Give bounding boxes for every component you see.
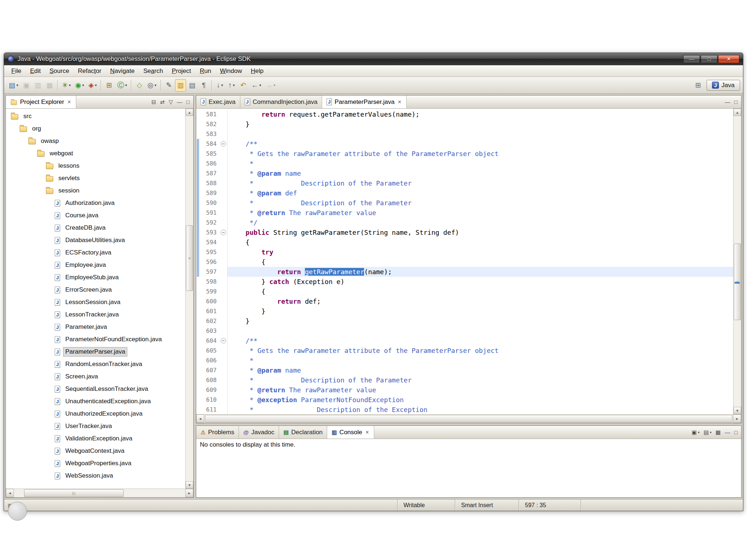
debug-button[interactable]: ✳▾ <box>60 79 73 92</box>
tree-item-unauthorizedexception-java[interactable]: JUnauthorizedException.java <box>6 408 185 420</box>
code-text[interactable]: public String getRawParameter(String nam… <box>228 228 733 237</box>
code-text[interactable]: * @return The rawParameter value <box>228 208 733 218</box>
tree-item-employeestub-java[interactable]: JEmployeeStub.java <box>6 271 185 284</box>
code-text[interactable]: } catch (Exception e) <box>228 277 733 287</box>
explorer-scroll-track[interactable]: ≡ <box>186 116 193 481</box>
scroll-up-icon[interactable]: ▲ <box>186 109 193 116</box>
tree-item-validationexception-java[interactable]: JValidationException.java <box>6 432 185 445</box>
new-wizard-button[interactable]: ▤▾ <box>7 79 20 92</box>
code-text[interactable]: /** <box>228 336 733 346</box>
code-text[interactable]: { <box>228 237 733 247</box>
tree-item-createdb-java[interactable]: JCreateDB.java <box>6 222 185 234</box>
minimize-button[interactable]: — <box>683 55 700 63</box>
collapse-all[interactable]: ⊟ <box>151 99 156 105</box>
tree-item-src[interactable]: src <box>6 110 185 122</box>
show-javadoc-button[interactable]: ▤ <box>187 79 198 92</box>
fold-collapse-icon[interactable]: − <box>221 141 226 147</box>
scroll-right-icon[interactable]: ► <box>733 415 741 423</box>
code-text[interactable]: return def; <box>228 296 733 306</box>
dropdown-arrow-icon[interactable]: ▾ <box>125 83 127 87</box>
minimize-view[interactable]: — <box>725 99 730 105</box>
code-text[interactable]: { <box>228 287 733 296</box>
editor-tab-exec-java[interactable]: JExec.java <box>196 96 240 108</box>
dropdown-arrow-icon[interactable]: ▾ <box>16 83 18 87</box>
tree-item-errorscreen-java[interactable]: JErrorScreen.java <box>6 284 185 296</box>
menu-project[interactable]: Project <box>167 66 196 76</box>
scroll-up-icon[interactable]: ▲ <box>734 109 741 116</box>
tree-item-org[interactable]: org <box>6 122 185 135</box>
menu-help[interactable]: Help <box>246 66 268 76</box>
java-perspective-button[interactable]: J Java <box>707 80 740 91</box>
tree-item-webgoatcontext-java[interactable]: JWebgoatContext.java <box>6 445 185 457</box>
code-text[interactable]: * Description of the Parameter <box>228 178 733 188</box>
tree-item-servlets[interactable]: servlets <box>6 172 185 184</box>
dropdown-arrow-icon[interactable]: ▾ <box>698 431 700 434</box>
project-explorer-tab[interactable]: Project Explorer × <box>6 96 76 108</box>
dropdown-arrow-icon[interactable]: ▾ <box>69 83 71 87</box>
pin-console[interactable]: ▦ <box>716 429 721 436</box>
tree-item-session[interactable]: session <box>6 184 185 197</box>
tree-item-authorization-java[interactable]: JAuthorization.java <box>6 197 185 209</box>
tree-item-sequentiallessontracker-java[interactable]: JSequentialLessonTracker.java <box>6 383 185 395</box>
tree-item-owasp[interactable]: owasp <box>6 135 185 147</box>
code-text[interactable]: } <box>228 316 733 326</box>
tree-item-course-java[interactable]: JCourse.java <box>6 209 185 222</box>
code-text[interactable]: * @param def <box>228 188 733 198</box>
maximize-view[interactable]: □ <box>734 99 738 105</box>
dropdown-arrow-icon[interactable]: ▾ <box>82 83 84 87</box>
console-tab-declaration[interactable]: ▤Declaration <box>279 426 327 439</box>
open-type-button[interactable]: ◇ <box>134 79 145 92</box>
editor-scroll-track[interactable]: ≡ <box>734 116 741 407</box>
close-view-icon[interactable]: × <box>67 99 71 105</box>
code-text[interactable]: * <box>228 355 733 365</box>
tree-item-parameternotfoundexception-java[interactable]: JParameterNotFoundException.java <box>6 333 185 346</box>
explorer-vertical-scrollbar[interactable]: ▲ ≡ ▼ <box>185 109 193 489</box>
menu-file[interactable]: File <box>7 66 26 76</box>
dropdown-arrow-icon[interactable]: ▾ <box>259 83 261 87</box>
scroll-left-icon[interactable]: ◄ <box>6 489 14 497</box>
explorer-hscroll-thumb[interactable]: ||| <box>24 489 124 497</box>
minimize-view[interactable]: — <box>177 99 182 105</box>
dropdown-arrow-icon[interactable]: ▾ <box>233 83 235 87</box>
title-bar[interactable]: Java - Webgoat/src/org/owasp/webgoat/ses… <box>4 53 743 65</box>
open-console[interactable]: ▣▾ <box>692 429 700 436</box>
tree-item-webgoatproperties-java[interactable]: JWebgoatProperties.java <box>6 457 185 470</box>
show-whitespace-button[interactable]: ¶ <box>198 79 209 92</box>
code-text[interactable]: * @param name <box>228 168 733 178</box>
dropdown-arrow-icon[interactable]: ▾ <box>710 431 712 434</box>
editor-horizontal-scrollbar[interactable]: ◄ ► <box>196 414 741 423</box>
back-button[interactable]: ←▾ <box>249 79 263 92</box>
tree-item-screen-java[interactable]: JScreen.java <box>6 370 185 383</box>
dropdown-arrow-icon[interactable]: ▾ <box>95 83 97 87</box>
menu-navigate[interactable]: Navigate <box>106 66 139 76</box>
code-text[interactable]: * @exception ParameterNotFoundException <box>228 395 733 405</box>
close-button[interactable]: × <box>718 55 739 63</box>
editor-tab-parameterparser-java[interactable]: JParameterParser.java× <box>322 96 407 108</box>
console-tab-javadoc[interactable]: @Javadoc <box>239 426 279 439</box>
scroll-down-icon[interactable]: ▼ <box>186 481 193 489</box>
mark-occurrences-button[interactable]: ▥ <box>175 79 186 92</box>
tree-item-randomlessontracker-java[interactable]: JRandomLessonTracker.java <box>6 358 185 370</box>
scroll-down-icon[interactable]: ▼ <box>734 407 741 414</box>
new-java-project-button[interactable]: ⊞ <box>104 79 115 92</box>
externalize-strings-button[interactable]: ✎ <box>163 79 174 92</box>
tree-item-lessons[interactable]: lessons <box>6 160 185 172</box>
tree-item-parameter-java[interactable]: JParameter.java <box>6 321 185 333</box>
open-perspective-button[interactable]: ⊞ <box>693 79 704 92</box>
run-button[interactable]: ◉▾ <box>73 79 86 92</box>
editor-hscroll-track[interactable] <box>204 415 733 423</box>
menu-search[interactable]: Search <box>139 66 167 76</box>
dropdown-arrow-icon[interactable]: ▾ <box>274 83 275 87</box>
code-text[interactable]: * Description of the Parameter <box>228 375 733 385</box>
next-annotation-button[interactable]: ↓▾ <box>214 79 225 92</box>
code-text[interactable]: * Gets the rawParameter attribute of the… <box>228 149 733 159</box>
tree-item-websession-java[interactable]: JWebSession.java <box>6 470 185 482</box>
code-text[interactable]: * @return The rawParameter value <box>228 385 733 395</box>
tree-item-databaseutilities-java[interactable]: JDatabaseUtilities.java <box>6 234 185 246</box>
menu-refactor[interactable]: Refactor <box>74 66 106 76</box>
close-tab-icon[interactable]: × <box>397 99 402 105</box>
maximize-view[interactable]: □ <box>734 429 738 435</box>
code-text[interactable]: * Description of the Parameter <box>228 198 733 208</box>
close-tab-icon[interactable]: × <box>365 429 369 436</box>
run-external-tools-button[interactable]: ◈▾ <box>87 79 99 92</box>
